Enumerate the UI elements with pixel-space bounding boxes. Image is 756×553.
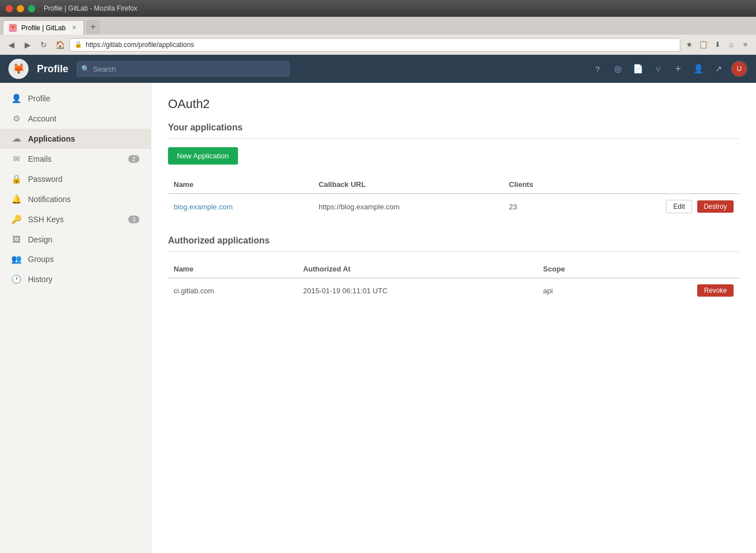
back-btn[interactable]: ◀ [4,38,18,51]
col-clients: Clients [503,176,577,194]
help-icon-btn[interactable]: ? [590,61,605,77]
sidebar-item-notifications[interactable]: 🔔 Notifications [0,189,151,209]
minimize-btn[interactable] [17,5,24,12]
col-name: Name [168,176,313,194]
sidebar-label-password: Password [28,175,62,184]
plus-icon-btn[interactable]: + [670,61,686,77]
clipboard-icon-btn[interactable]: 📄 [630,61,646,77]
search-wrapper: 🔍 [77,61,290,77]
new-application-button[interactable]: New Application [168,147,238,165]
download-icon[interactable]: ⬇ [711,39,724,51]
notifications-icon: 🔔 [11,194,21,204]
history-icon[interactable]: 📋 [697,39,710,51]
address-bar[interactable]: 🔒 https://gitlab.com/profile/application… [69,38,680,51]
sidebar-item-password[interactable]: 🔒 Password [0,169,151,189]
authorized-apps-table-body: ci.gitlab.com 2015-01-19 06:11:01 UTC ap… [168,278,739,302]
table-row: ci.gitlab.com 2015-01-19 06:11:01 UTC ap… [168,278,739,302]
app-header-title: Profile [37,63,68,75]
tab-close-btn[interactable]: ✕ [70,24,78,32]
authorized-apps-table-header: Name Authorized At Scope [168,260,739,278]
auth-app-scope-cell: api [538,278,620,302]
ssh-keys-badge: 3 [128,215,139,223]
sidebar-item-groups[interactable]: 👥 Groups [0,249,151,269]
maximize-btn[interactable] [28,5,35,12]
col-callback-url: Callback URL [313,176,503,194]
sidebar-item-emails[interactable]: ✉ Emails 2 [0,149,151,169]
main-layout: 👤 Profile ⚙ Account ☁ Applications ✉ Ema… [0,83,756,553]
app-clients-cell: 23 [503,194,577,219]
home-btn[interactable]: 🏠 [53,38,67,51]
your-apps-table-body: blog.example.com https://blog.example.co… [168,194,739,219]
search-icon: 🔍 [81,65,90,73]
fork-icon-btn[interactable]: ⑂ [650,61,666,77]
account-icon: ⚙ [11,114,21,124]
active-tab[interactable]: 🦊 Profile | GitLab ✕ [3,20,84,35]
sidebar-label-ssh-keys: SSH Keys [28,215,64,224]
profile-icon: 👤 [11,93,21,104]
sidebar-label-applications: Applications [28,134,75,143]
app-name-link[interactable]: blog.example.com [174,203,233,211]
sidebar-label-design: Design [28,235,53,244]
auth-col-authorized-at: Authorized At [297,260,538,278]
search-input[interactable] [77,61,290,77]
your-apps-divider [168,138,739,139]
destroy-button[interactable]: Destroy [697,200,734,213]
bookmark-icon[interactable]: ★ [683,39,696,51]
url-text: https://gitlab.com/profile/applications [86,41,194,49]
menu-icon[interactable]: ≡ [739,39,752,51]
auth-col-name: Name [168,260,297,278]
app-logo: 🦊 [8,59,29,79]
sidebar-item-history[interactable]: 🕐 History [0,269,151,289]
tab-title: Profile | GitLab [21,24,66,32]
window-titlebar: Profile | GitLab - Mozilla Firefox [0,0,756,17]
authorized-apps-table: Name Authorized At Scope ci.gitlab.com 2… [168,260,739,302]
your-apps-section-title: Your applications [168,123,739,133]
edit-button[interactable]: Edit [666,200,692,213]
browser-tabs: 🦊 Profile | GitLab ✕ + [0,17,756,35]
authorized-apps-section-title: Authorized applications [168,236,739,246]
auth-col-actions [620,260,739,278]
groups-icon: 👥 [11,254,21,264]
auth-app-actions-cell: Revoke [620,278,739,302]
sidebar-item-ssh-keys[interactable]: 🔑 SSH Keys 3 [0,209,151,229]
sidebar-label-history: History [28,275,53,284]
lock-icon: 🔒 [74,41,82,48]
your-apps-table-header: Name Callback URL Clients [168,176,739,194]
app-header: 🦊 Profile 🔍 ? ◎ 📄 ⑂ + 👤 ↗ U [0,55,756,83]
table-row: blog.example.com https://blog.example.co… [168,194,739,219]
close-btn[interactable] [6,5,13,12]
auth-col-scope: Scope [538,260,620,278]
new-tab-btn[interactable]: + [86,20,100,34]
design-icon: 🖼 [11,235,21,244]
revoke-button[interactable]: Revoke [697,284,734,297]
house-icon[interactable]: ⌂ [725,39,738,51]
browser-navbar: ◀ ▶ ↻ 🏠 🔒 https://gitlab.com/profile/app… [0,35,756,55]
page-title: OAuth2 [168,97,739,111]
globe-icon-btn[interactable]: ◎ [610,61,626,77]
signout-icon-btn[interactable]: ↗ [711,61,726,77]
sidebar-label-notifications: Notifications [28,195,71,204]
ssh-keys-icon: 🔑 [11,214,21,224]
sidebar-item-applications[interactable]: ☁ Applications [0,129,151,149]
col-actions [577,176,739,194]
history-icon: 🕐 [11,274,21,284]
sidebar-label-emails: Emails [28,154,52,163]
sidebar-item-account[interactable]: ⚙ Account [0,109,151,129]
window-title: Profile | GitLab - Mozilla Firefox [44,4,137,12]
logo-icon: 🦊 [12,63,25,75]
avatar[interactable]: U [731,60,748,77]
emails-icon: ✉ [11,154,21,164]
applications-icon: ☁ [11,134,21,144]
auth-app-authorized-at-cell: 2015-01-19 06:11:01 UTC [297,278,538,302]
authorized-apps-divider [168,251,739,252]
your-apps-table: Name Callback URL Clients blog.example.c… [168,176,739,219]
sidebar-item-design[interactable]: 🖼 Design [0,229,151,249]
auth-app-name-cell: ci.gitlab.com [168,278,297,302]
emails-badge: 2 [128,155,139,163]
forward-btn[interactable]: ▶ [21,38,34,51]
user-icon-btn[interactable]: 👤 [690,61,706,77]
sidebar-item-profile[interactable]: 👤 Profile [0,88,151,109]
refresh-btn[interactable]: ↻ [37,38,50,51]
content-area: OAuth2 Your applications New Application… [151,83,756,553]
sidebar-label-groups: Groups [28,255,54,264]
